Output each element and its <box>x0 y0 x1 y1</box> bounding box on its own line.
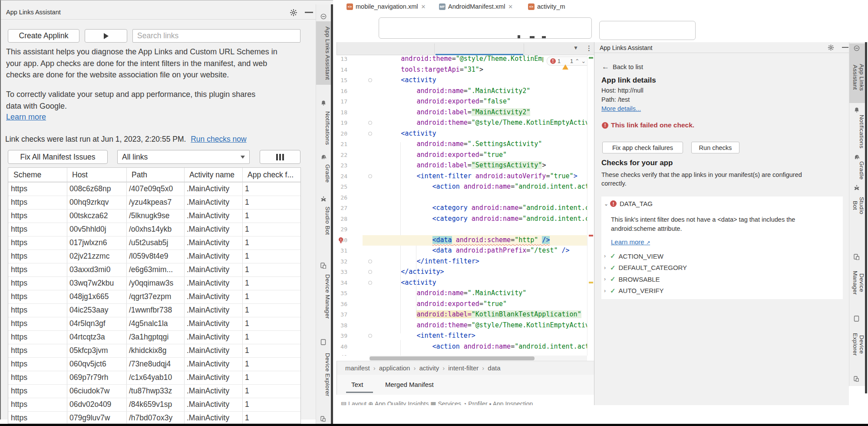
table-row[interactable]: https02jv21zzmc/l059v8t4e9.MainActivity1 <box>8 250 301 263</box>
column-header[interactable]: Path <box>126 168 184 182</box>
prev-issue-icon[interactable]: ⌃ <box>575 58 579 64</box>
breadcrumb[interactable]: manifest›application›activity›intent-fil… <box>337 361 594 375</box>
table-cell: .MainActivity <box>184 398 242 411</box>
fix-all-manifest-issues-button[interactable]: Fix All Manifest Issues <box>8 150 108 164</box>
error-bulb-icon[interactable]: ! <box>338 237 344 245</box>
table-cell: /4g5nalc1la <box>126 317 184 330</box>
tool-tab-app-links-assistant[interactable]: App Links Assistant <box>316 23 331 83</box>
chevron-down-icon[interactable]: ▼ <box>573 45 578 51</box>
table-row[interactable]: https05kfcp3jvm/khidckix8g.MainActivity1 <box>8 344 301 357</box>
breadcrumb-item[interactable]: activity <box>419 364 439 372</box>
bottom-tool-strip-cropped: ▤ Layout ⊕ App Quality Insights ▦ Servic… <box>341 400 601 405</box>
table-row[interactable]: https048jg1x665/qgrt37ezpm.MainActivity1 <box>8 290 301 303</box>
gear-icon[interactable] <box>828 44 834 51</box>
columns-button[interactable] <box>260 150 300 164</box>
table-row[interactable]: https00v5hhld0j/o0xhs14ykb.MainActivity1 <box>8 223 301 236</box>
table-row[interactable]: https03axxd3mi0/e6g63mim....MainActivity… <box>8 263 301 276</box>
tool-tab-gradle[interactable]: Gradle <box>849 161 865 180</box>
learn-more-link[interactable]: Learn more <box>6 113 46 122</box>
column-header[interactable]: Activity name <box>184 168 242 182</box>
table-header[interactable]: SchemeHostPathActivity nameApp check f..… <box>8 168 301 182</box>
notifications-icon <box>854 107 860 115</box>
table-row[interactable]: https04rtcqtz3a/3a1hgptqgi.MainActivity1 <box>8 330 301 344</box>
check-item-action_view[interactable]: ›✓ACTION_VIEW <box>604 252 663 260</box>
search-links-input[interactable]: Search links <box>132 29 300 43</box>
table-row[interactable]: https04ic253aay/1wwnfbr738.MainActivity1 <box>8 303 301 317</box>
run-button[interactable] <box>85 29 127 43</box>
run-checks-now-link[interactable]: Run checks now <box>191 135 246 143</box>
table-cell: .MainActivity <box>184 250 242 263</box>
table-cell: .MainActivity <box>184 263 242 276</box>
tool-tab-studio-bot[interactable]: Studio Bot <box>849 192 865 220</box>
right-tool-window-bar: App Links AssistantNotificationsGradleSt… <box>849 42 865 386</box>
table-row[interactable]: https00tskcza62/5lknugk9se.MainActivity1 <box>8 209 301 223</box>
tool-tab-device-manager[interactable]: Device Manager <box>316 272 331 321</box>
tab-activity-m[interactable]: <> activity_m <box>525 0 570 13</box>
code-line: <action android:name="android.intent.act… <box>370 343 587 353</box>
back-to-list[interactable]: ← Back to list <box>602 63 643 71</box>
code-line: <category android:name="android.intent.c… <box>370 204 587 214</box>
tool-tab-device-manager[interactable]: Device Manager <box>849 262 865 304</box>
breadcrumb-item[interactable]: data <box>488 364 500 372</box>
more-details-link[interactable]: More details... <box>601 105 641 112</box>
run-checks-button[interactable]: Run checks <box>691 142 739 153</box>
table-cell: 04r5lqn3gf <box>67 317 126 330</box>
check-item-auto_verify[interactable]: ›✓AUTO_VERIFY <box>604 287 664 295</box>
close-icon[interactable]: ✕ <box>508 3 513 10</box>
check-item-default_category[interactable]: ›✓DEFAULT_CATEGORY <box>604 264 687 272</box>
minimize-icon[interactable] <box>842 47 848 48</box>
check-data-tag[interactable]: ⌄ ! DATA_TAG <box>604 200 653 207</box>
code-editor[interactable]: 13 android:theme="@style/Theme.KotlinEmp… <box>337 55 594 356</box>
tool-tab-studio-bot[interactable]: Studio Bot <box>316 204 331 237</box>
table-row[interactable]: https017jwlxzn6/u5t2usab5j.MainActivity1 <box>8 236 301 250</box>
table-cell: https <box>8 398 67 411</box>
tool-tab-notifications[interactable]: Notifications <box>316 109 331 148</box>
scrollbar-thumb[interactable] <box>370 356 535 360</box>
check-passed-icon: ✓ <box>610 275 616 283</box>
table-cell: .MainActivity <box>184 330 242 344</box>
table-row[interactable]: https079g9luv7w/h7bd07ox3y.MainActivity1 <box>8 411 301 424</box>
tool-tab-device-explorer[interactable]: Device Explorer <box>849 324 865 365</box>
tab-android-manifest[interactable]: MF AndroidManifest.xml ✕ <box>436 0 516 13</box>
create-applink-button[interactable]: Create Applink <box>8 29 79 43</box>
close-icon[interactable]: ✕ <box>421 3 426 10</box>
breadcrumb-item[interactable]: manifest <box>345 364 370 372</box>
line-number: 34 <box>337 280 347 286</box>
table-row[interactable]: https069p7r79rh/c1x64yab10.MainActivity1 <box>8 371 301 384</box>
table-row[interactable]: https06dv02o409/84k659v1sp.MainActivity1 <box>8 398 301 411</box>
tool-tab-device-explorer[interactable]: Device Explorer <box>316 349 331 400</box>
table-row[interactable]: https060qv5jct6/73ne8udqj4.MainActivity1 <box>8 357 301 371</box>
kebab-menu-icon[interactable]: ⋮ <box>586 44 592 52</box>
data-sharing-note: To correctly validate your setup and app… <box>6 89 255 112</box>
column-header[interactable]: Host <box>67 168 126 182</box>
fix-app-check-failures-button[interactable]: Fix app check failures <box>602 142 683 153</box>
learn-more-link[interactable]: Learn more ↗ <box>611 238 650 246</box>
table-row[interactable]: https03wq7w2kbu/y0qqimaw3s.MainActivity1 <box>8 276 301 290</box>
breadcrumb-item[interactable]: application <box>379 364 410 372</box>
error-count-icon: ! <box>550 58 556 64</box>
tool-tab-notifications[interactable]: Notifications <box>849 114 865 149</box>
table-row[interactable]: https00hq9zrkqv/yzu4kpeas7.MainActivity1 <box>8 196 301 209</box>
table-cell: /1wwnfbr738 <box>126 303 184 317</box>
links-filter-dropdown[interactable]: All links <box>117 150 250 164</box>
tool-tab-gradle[interactable]: Gradle <box>316 163 331 184</box>
table-row[interactable]: https06ciudok7w/tu87hwp33z.MainActivity1 <box>8 384 301 398</box>
code-line: <activity <box>370 279 587 289</box>
breadcrumb-item[interactable]: intent-filter <box>448 364 479 372</box>
tab-text[interactable]: Text <box>351 381 363 388</box>
check-item-browsable[interactable]: ›✓BROWSABLE <box>604 275 660 283</box>
tool-tab-app-links-assistant[interactable]: App Links Assistant <box>849 53 865 102</box>
host-value: Host: http://null <box>601 87 644 94</box>
table-cell: .MainActivity <box>184 236 242 250</box>
next-issue-icon[interactable]: ⌄ <box>581 58 585 64</box>
error-stripe[interactable] <box>587 55 594 356</box>
tab-mobile-navigation[interactable]: <> mobile_navigation.xml ✕ <box>343 0 429 13</box>
column-header[interactable]: Scheme <box>8 168 67 182</box>
minimize-icon[interactable] <box>305 12 313 13</box>
column-header[interactable]: App check f... <box>242 168 301 182</box>
gear-icon[interactable] <box>290 9 297 17</box>
device-explorer-icon <box>854 316 859 323</box>
tab-merged-manifest[interactable]: Merged Manifest <box>385 381 434 388</box>
table-row[interactable]: https04r5lqn3gf/4g5nalc1la.MainActivity1 <box>8 317 301 330</box>
table-row[interactable]: https008c6z68np/407e09q5x0.MainActivity1 <box>8 182 301 196</box>
